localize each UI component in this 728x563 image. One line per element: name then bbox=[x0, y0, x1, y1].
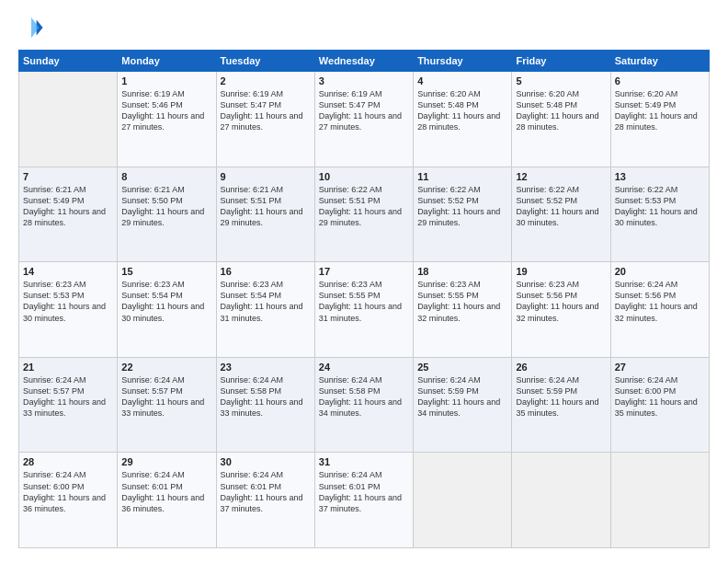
calendar-cell: 15Sunrise: 6:23 AMSunset: 5:54 PMDayligh… bbox=[118, 262, 216, 358]
header bbox=[18, 15, 710, 40]
day-number: 13 bbox=[615, 171, 705, 182]
day-info: Sunrise: 6:24 AMSunset: 5:58 PMDaylight:… bbox=[221, 374, 311, 419]
day-info: Sunrise: 6:22 AMSunset: 5:52 PMDaylight:… bbox=[417, 184, 507, 229]
logo-icon bbox=[18, 15, 44, 40]
day-info: Sunrise: 6:19 AMSunset: 5:47 PMDaylight:… bbox=[319, 88, 409, 133]
day-info: Sunrise: 6:19 AMSunset: 5:46 PMDaylight:… bbox=[121, 88, 211, 133]
calendar-cell bbox=[19, 72, 118, 167]
calendar-cell: 29Sunrise: 6:24 AMSunset: 6:01 PMDayligh… bbox=[118, 453, 216, 548]
day-number: 11 bbox=[417, 171, 507, 182]
calendar-cell: 27Sunrise: 6:24 AMSunset: 6:00 PMDayligh… bbox=[610, 357, 709, 453]
day-info: Sunrise: 6:22 AMSunset: 5:51 PMDaylight:… bbox=[319, 184, 409, 229]
calendar-cell: 4Sunrise: 6:20 AMSunset: 5:48 PMDaylight… bbox=[414, 72, 512, 167]
day-info: Sunrise: 6:23 AMSunset: 5:54 PMDaylight:… bbox=[221, 279, 311, 324]
col-header-monday: Monday bbox=[118, 51, 216, 72]
calendar-cell: 20Sunrise: 6:24 AMSunset: 5:56 PMDayligh… bbox=[610, 262, 709, 358]
day-info: Sunrise: 6:24 AMSunset: 6:00 PMDaylight:… bbox=[23, 469, 113, 514]
day-number: 4 bbox=[417, 75, 507, 86]
day-number: 3 bbox=[319, 75, 409, 86]
calendar-cell: 8Sunrise: 6:21 AMSunset: 5:50 PMDaylight… bbox=[118, 167, 216, 262]
day-info: Sunrise: 6:23 AMSunset: 5:56 PMDaylight:… bbox=[516, 279, 606, 324]
calendar-cell: 19Sunrise: 6:23 AMSunset: 5:56 PMDayligh… bbox=[512, 262, 610, 358]
calendar-cell: 7Sunrise: 6:21 AMSunset: 5:49 PMDaylight… bbox=[19, 167, 118, 262]
col-header-wednesday: Wednesday bbox=[314, 51, 413, 72]
day-number: 25 bbox=[417, 362, 507, 373]
day-number: 24 bbox=[319, 362, 409, 373]
day-info: Sunrise: 6:21 AMSunset: 5:50 PMDaylight:… bbox=[121, 184, 211, 229]
day-number: 29 bbox=[121, 456, 211, 467]
day-number: 21 bbox=[23, 362, 113, 373]
col-header-tuesday: Tuesday bbox=[216, 51, 314, 72]
day-number: 1 bbox=[121, 75, 211, 86]
svg-marker-1 bbox=[31, 17, 39, 38]
day-number: 28 bbox=[23, 456, 113, 467]
calendar-cell: 22Sunrise: 6:24 AMSunset: 5:57 PMDayligh… bbox=[118, 357, 216, 453]
day-info: Sunrise: 6:24 AMSunset: 5:59 PMDaylight:… bbox=[516, 374, 606, 419]
day-number: 18 bbox=[417, 266, 507, 277]
calendar-cell: 13Sunrise: 6:22 AMSunset: 5:53 PMDayligh… bbox=[610, 167, 709, 262]
day-info: Sunrise: 6:20 AMSunset: 5:48 PMDaylight:… bbox=[417, 88, 507, 133]
calendar-cell: 10Sunrise: 6:22 AMSunset: 5:51 PMDayligh… bbox=[314, 167, 413, 262]
day-info: Sunrise: 6:20 AMSunset: 5:48 PMDaylight:… bbox=[516, 88, 606, 133]
day-number: 12 bbox=[516, 171, 606, 182]
day-info: Sunrise: 6:24 AMSunset: 6:01 PMDaylight:… bbox=[121, 469, 211, 514]
day-info: Sunrise: 6:22 AMSunset: 5:53 PMDaylight:… bbox=[615, 184, 705, 229]
page: SundayMondayTuesdayWednesdayThursdayFrid… bbox=[0, 0, 728, 563]
day-number: 26 bbox=[516, 362, 606, 373]
day-info: Sunrise: 6:24 AMSunset: 5:57 PMDaylight:… bbox=[23, 374, 113, 419]
day-info: Sunrise: 6:21 AMSunset: 5:51 PMDaylight:… bbox=[221, 184, 311, 229]
day-info: Sunrise: 6:24 AMSunset: 5:59 PMDaylight:… bbox=[417, 374, 507, 419]
calendar-table: SundayMondayTuesdayWednesdayThursdayFrid… bbox=[18, 50, 710, 548]
day-info: Sunrise: 6:21 AMSunset: 5:49 PMDaylight:… bbox=[23, 184, 113, 229]
calendar-cell: 5Sunrise: 6:20 AMSunset: 5:48 PMDaylight… bbox=[512, 72, 610, 167]
calendar-cell: 31Sunrise: 6:24 AMSunset: 6:01 PMDayligh… bbox=[314, 453, 413, 548]
day-info: Sunrise: 6:23 AMSunset: 5:53 PMDaylight:… bbox=[23, 279, 113, 324]
day-number: 10 bbox=[319, 171, 409, 182]
calendar-cell: 21Sunrise: 6:24 AMSunset: 5:57 PMDayligh… bbox=[19, 357, 118, 453]
calendar-cell bbox=[610, 453, 709, 548]
calendar-cell: 18Sunrise: 6:23 AMSunset: 5:55 PMDayligh… bbox=[414, 262, 512, 358]
calendar-cell: 6Sunrise: 6:20 AMSunset: 5:49 PMDaylight… bbox=[610, 72, 709, 167]
calendar-cell: 26Sunrise: 6:24 AMSunset: 5:59 PMDayligh… bbox=[512, 357, 610, 453]
day-info: Sunrise: 6:24 AMSunset: 5:58 PMDaylight:… bbox=[319, 374, 409, 419]
day-number: 6 bbox=[615, 75, 705, 86]
col-header-friday: Friday bbox=[512, 51, 610, 72]
calendar-cell: 25Sunrise: 6:24 AMSunset: 5:59 PMDayligh… bbox=[414, 357, 512, 453]
day-number: 14 bbox=[23, 266, 113, 277]
calendar-cell: 28Sunrise: 6:24 AMSunset: 6:00 PMDayligh… bbox=[19, 453, 118, 548]
logo bbox=[18, 15, 48, 40]
day-info: Sunrise: 6:24 AMSunset: 6:01 PMDaylight:… bbox=[221, 469, 311, 514]
day-number: 7 bbox=[23, 171, 113, 182]
calendar-cell: 11Sunrise: 6:22 AMSunset: 5:52 PMDayligh… bbox=[414, 167, 512, 262]
day-info: Sunrise: 6:23 AMSunset: 5:55 PMDaylight:… bbox=[417, 279, 507, 324]
day-info: Sunrise: 6:19 AMSunset: 5:47 PMDaylight:… bbox=[221, 88, 311, 133]
day-info: Sunrise: 6:23 AMSunset: 5:55 PMDaylight:… bbox=[319, 279, 409, 324]
day-info: Sunrise: 6:24 AMSunset: 5:57 PMDaylight:… bbox=[121, 374, 211, 419]
calendar-cell: 16Sunrise: 6:23 AMSunset: 5:54 PMDayligh… bbox=[216, 262, 314, 358]
calendar-cell: 9Sunrise: 6:21 AMSunset: 5:51 PMDaylight… bbox=[216, 167, 314, 262]
calendar-cell bbox=[512, 453, 610, 548]
calendar-cell: 1Sunrise: 6:19 AMSunset: 5:46 PMDaylight… bbox=[118, 72, 216, 167]
calendar-cell: 23Sunrise: 6:24 AMSunset: 5:58 PMDayligh… bbox=[216, 357, 314, 453]
day-number: 30 bbox=[221, 456, 311, 467]
calendar-cell: 17Sunrise: 6:23 AMSunset: 5:55 PMDayligh… bbox=[314, 262, 413, 358]
calendar-cell: 30Sunrise: 6:24 AMSunset: 6:01 PMDayligh… bbox=[216, 453, 314, 548]
day-number: 20 bbox=[615, 266, 705, 277]
day-number: 17 bbox=[319, 266, 409, 277]
day-number: 2 bbox=[221, 75, 311, 86]
col-header-saturday: Saturday bbox=[610, 51, 709, 72]
day-number: 9 bbox=[221, 171, 311, 182]
day-number: 22 bbox=[121, 362, 211, 373]
day-info: Sunrise: 6:23 AMSunset: 5:54 PMDaylight:… bbox=[121, 279, 211, 324]
calendar-cell: 24Sunrise: 6:24 AMSunset: 5:58 PMDayligh… bbox=[314, 357, 413, 453]
day-number: 16 bbox=[221, 266, 311, 277]
day-info: Sunrise: 6:24 AMSunset: 6:01 PMDaylight:… bbox=[319, 469, 409, 514]
col-header-sunday: Sunday bbox=[19, 51, 118, 72]
day-info: Sunrise: 6:24 AMSunset: 5:56 PMDaylight:… bbox=[615, 279, 705, 324]
calendar-cell bbox=[414, 453, 512, 548]
calendar-cell: 12Sunrise: 6:22 AMSunset: 5:52 PMDayligh… bbox=[512, 167, 610, 262]
day-number: 23 bbox=[221, 362, 311, 373]
calendar-cell: 3Sunrise: 6:19 AMSunset: 5:47 PMDaylight… bbox=[314, 72, 413, 167]
col-header-thursday: Thursday bbox=[414, 51, 512, 72]
day-number: 27 bbox=[615, 362, 705, 373]
